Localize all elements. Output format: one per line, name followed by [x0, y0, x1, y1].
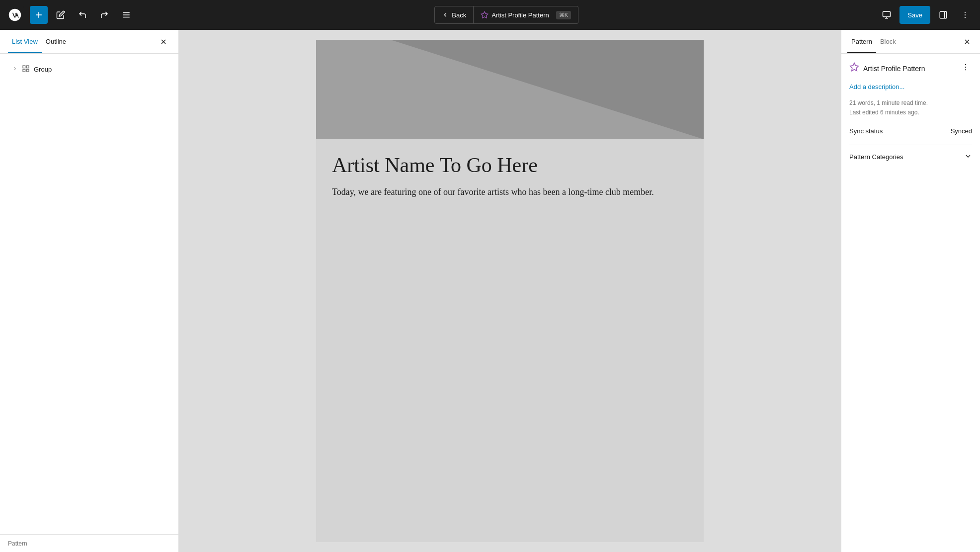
left-panel-tabs: List View Outline: [0, 30, 178, 54]
svg-point-23: [965, 64, 966, 65]
sidebar-toggle-button[interactable]: [934, 6, 952, 24]
canvas-content: Artist Name To Go Here Today, we are fea…: [316, 40, 704, 542]
pattern-more-button[interactable]: [959, 62, 972, 75]
sync-status-label: Sync status: [849, 127, 883, 135]
meta-info: 21 words, 1 minute read time. Last edite…: [849, 98, 972, 117]
tab-pattern[interactable]: Pattern: [847, 30, 876, 53]
meta-edited: Last edited 6 minutes ago.: [849, 108, 972, 117]
pattern-header: Artist Profile Pattern: [849, 62, 972, 75]
tab-list-view[interactable]: List View: [8, 30, 42, 53]
artist-name: Artist Name To Go Here: [332, 153, 688, 177]
group-block-icon: [22, 65, 30, 74]
svg-rect-6: [883, 11, 891, 17]
tab-outline[interactable]: Outline: [42, 30, 70, 53]
svg-point-11: [965, 12, 966, 13]
edit-button[interactable]: [52, 6, 70, 24]
toolbar-center: Back Artist Profile Pattern ⌘K: [139, 6, 874, 24]
sync-status-row: Sync status Synced: [849, 127, 972, 135]
undo-button[interactable]: [74, 6, 91, 24]
canvas-area[interactable]: Artist Name To Go Here Today, we are fea…: [179, 30, 841, 552]
artist-description: Today, we are featuring one of our favor…: [332, 185, 688, 199]
svg-point-25: [965, 69, 966, 70]
more-options-button[interactable]: [956, 6, 974, 24]
add-description-link[interactable]: Add a description...: [849, 83, 972, 91]
svg-rect-18: [23, 69, 25, 72]
svg-rect-17: [26, 66, 29, 68]
svg-point-24: [965, 67, 966, 68]
pattern-name-button[interactable]: Artist Profile Pattern ⌘K: [474, 6, 578, 24]
redo-button[interactable]: [95, 6, 113, 24]
pattern-categories-row[interactable]: Pattern Categories: [849, 145, 972, 169]
status-label: Pattern: [8, 540, 27, 547]
chevron-right-icon: [12, 66, 18, 73]
group-label: Group: [34, 66, 52, 73]
toolbar-right: Save: [878, 6, 974, 24]
svg-rect-19: [26, 69, 29, 72]
canvas-text-section: Artist Name To Go Here Today, we are fea…: [316, 139, 704, 215]
close-panel-button[interactable]: [157, 35, 170, 49]
pattern-name-label: Artist Profile Pattern: [491, 11, 549, 19]
save-button[interactable]: Save: [899, 6, 930, 24]
list-view-button[interactable]: [117, 6, 135, 24]
pattern-title: Artist Profile Pattern: [863, 65, 925, 73]
right-panel-content: Artist Profile Pattern Add a description…: [841, 54, 980, 552]
svg-marker-22: [850, 63, 859, 71]
svg-rect-16: [23, 66, 25, 68]
meta-words: 21 words, 1 minute read time.: [849, 98, 972, 108]
canvas-image: [316, 40, 704, 139]
pattern-header-icon: [849, 62, 859, 75]
pattern-categories-label: Pattern Categories: [849, 153, 903, 161]
tab-block[interactable]: Block: [876, 30, 900, 53]
sync-status-value: Synced: [951, 127, 972, 135]
add-block-button[interactable]: [30, 6, 48, 24]
left-panel: List View Outline Gr: [0, 30, 179, 552]
desktop-preview-button[interactable]: [878, 6, 896, 24]
close-right-panel-button[interactable]: [960, 35, 974, 49]
back-label: Back: [452, 11, 466, 19]
bottom-status: Pattern: [0, 534, 178, 552]
group-item[interactable]: Group: [8, 62, 170, 77]
chevron-down-icon: [964, 152, 972, 162]
back-button[interactable]: Back: [434, 6, 474, 24]
svg-point-13: [965, 17, 966, 18]
svg-marker-5: [481, 11, 488, 18]
keyboard-shortcut: ⌘K: [556, 11, 571, 19]
left-panel-content: Group: [0, 54, 178, 534]
toolbar: Back Artist Profile Pattern ⌘K Save: [0, 0, 980, 30]
svg-point-12: [965, 14, 966, 15]
main-layout: List View Outline Gr: [0, 30, 980, 552]
right-panel: Pattern Block Artist Profile Pattern: [841, 30, 980, 552]
right-panel-tabs: Pattern Block: [841, 30, 980, 54]
svg-rect-9: [940, 11, 947, 18]
wp-logo: [6, 6, 24, 24]
